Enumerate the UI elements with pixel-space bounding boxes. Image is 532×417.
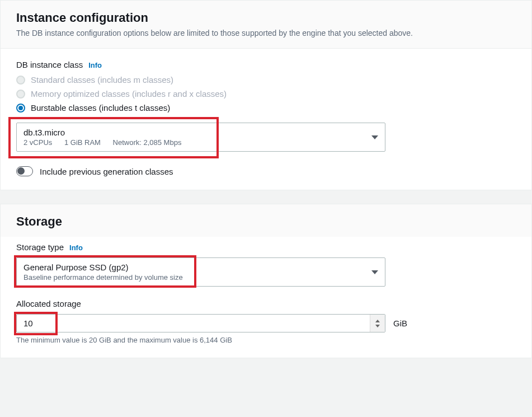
radio-memory-optimized-classes[interactable]: Memory optimized classes (includes r and… bbox=[16, 89, 516, 99]
instance-class-select-details: 2 vCPUs 1 GiB RAM Network: 2,085 Mbps bbox=[23, 138, 191, 147]
storage-body: Storage type Info General Purpose SSD (g… bbox=[1, 237, 531, 358]
instance-class-radio-group: Standard classes (includes m classes) Me… bbox=[16, 75, 516, 113]
radio-icon bbox=[16, 76, 25, 85]
radio-icon bbox=[16, 104, 25, 113]
instance-config-header: Instance configuration The DB instance c… bbox=[1, 1, 531, 49]
instance-config-desc: The DB instance configuration options be… bbox=[16, 27, 516, 39]
instance-class-select-content: db.t3.micro 2 vCPUs 1 GiB RAM Network: 2… bbox=[23, 128, 191, 147]
include-prev-gen-label: Include previous generation classes bbox=[40, 167, 173, 176]
radio-burstable-classes[interactable]: Burstable classes (includes t classes) bbox=[16, 103, 516, 113]
storage-type-text: Storage type bbox=[16, 242, 64, 252]
spinner-up-button[interactable] bbox=[375, 318, 380, 324]
instance-config-panel: Instance configuration The DB instance c… bbox=[0, 0, 532, 190]
allocated-storage-input[interactable] bbox=[17, 315, 370, 332]
db-instance-class-text: DB instance class bbox=[16, 60, 83, 69]
storage-title: Storage bbox=[16, 214, 516, 229]
radio-standard-label: Standard classes (includes m classes) bbox=[31, 75, 173, 85]
include-prev-gen-toggle[interactable] bbox=[16, 166, 33, 176]
instance-class-select[interactable]: db.t3.micro 2 vCPUs 1 GiB RAM Network: 2… bbox=[16, 123, 385, 152]
storage-type-label: Storage type Info bbox=[16, 242, 516, 252]
number-spinner bbox=[370, 315, 385, 332]
instance-network: Network: 2,085 Mbps bbox=[113, 138, 182, 147]
svg-marker-0 bbox=[375, 320, 380, 322]
chevron-down-icon bbox=[371, 135, 378, 139]
storage-panel: Storage Storage type Info General Purpos… bbox=[0, 204, 532, 358]
radio-icon bbox=[16, 90, 25, 99]
radio-memory-label: Memory optimized classes (includes r and… bbox=[31, 89, 227, 99]
storage-type-info-link[interactable]: Info bbox=[69, 243, 83, 252]
chevron-up-icon bbox=[375, 320, 380, 322]
radio-standard-classes[interactable]: Standard classes (includes m classes) bbox=[16, 75, 516, 85]
toggle-knob-icon bbox=[17, 167, 25, 175]
storage-type-select[interactable]: General Purpose SSD (gp2) Baseline perfo… bbox=[16, 257, 385, 287]
svg-marker-1 bbox=[375, 325, 380, 327]
allocated-storage-input-wrap bbox=[16, 314, 385, 332]
radio-burstable-label: Burstable classes (includes t classes) bbox=[31, 103, 170, 113]
chevron-down-icon bbox=[371, 270, 378, 274]
allocated-storage-helper: The minimum value is 20 GiB and the maxi… bbox=[16, 336, 516, 344]
instance-config-body: DB instance class Info Standard classes … bbox=[1, 49, 531, 190]
instance-config-title: Instance configuration bbox=[16, 11, 516, 25]
storage-type-select-value: General Purpose SSD (gp2) bbox=[23, 263, 183, 272]
storage-type-select-sub: Baseline performance determined by volum… bbox=[23, 273, 183, 282]
instance-vcpu: 2 vCPUs bbox=[23, 138, 52, 147]
storage-type-select-content: General Purpose SSD (gp2) Baseline perfo… bbox=[23, 263, 183, 282]
include-prev-gen-row: Include previous generation classes bbox=[16, 166, 516, 176]
allocated-storage-label: Allocated storage bbox=[16, 299, 516, 308]
chevron-down-icon bbox=[375, 325, 380, 327]
spinner-down-button[interactable] bbox=[375, 324, 380, 329]
db-instance-class-label: DB instance class Info bbox=[16, 60, 516, 69]
db-instance-class-info-link[interactable]: Info bbox=[88, 61, 102, 69]
allocated-storage-unit: GiB bbox=[393, 318, 407, 328]
instance-ram: 1 GiB RAM bbox=[64, 138, 101, 147]
instance-class-select-value: db.t3.micro bbox=[23, 128, 191, 137]
storage-header: Storage bbox=[1, 204, 531, 237]
allocated-storage-text: Allocated storage bbox=[16, 299, 81, 308]
